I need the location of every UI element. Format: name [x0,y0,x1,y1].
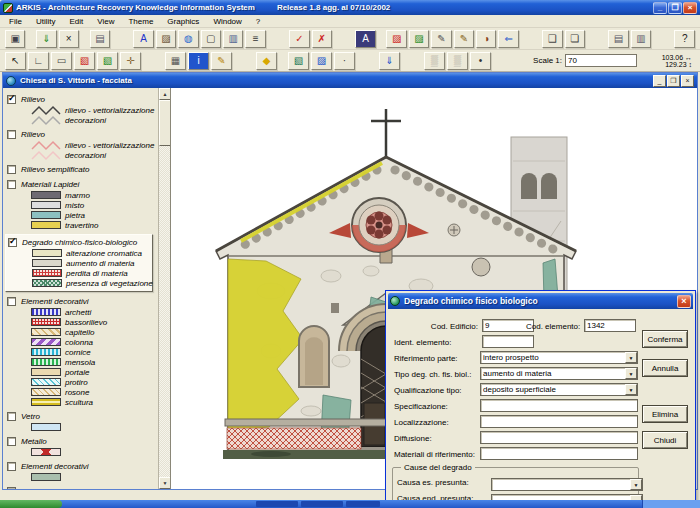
disabled-tool-button[interactable]: ▒ [424,52,445,70]
layer-label[interactable]: Intonaco e Malta [21,487,80,489]
area-chart-button[interactable]: ▧ [288,52,309,70]
layer-checkbox[interactable]: ✓ [7,95,16,104]
conferma-button[interactable]: Conferma [642,330,688,348]
copy-button[interactable]: ▤ [608,30,628,48]
new-page-button[interactable]: ▢ [201,30,221,48]
cod-elemento-field[interactable] [584,319,636,332]
download-button[interactable]: ⇓ [379,52,400,70]
label-a-button[interactable]: A [355,30,375,48]
layer-checkbox[interactable]: ✓ [7,437,16,446]
layer-label[interactable]: Elementi decorativi [21,462,89,471]
layer-checkbox[interactable]: ✓ [7,462,16,471]
layer-label[interactable]: Rilievo semplificato [21,165,89,174]
localizzazione-field[interactable] [480,415,638,428]
zoom-green-button[interactable]: ▧ [97,52,118,70]
rect-select-button[interactable]: ▭ [51,52,72,70]
layer-label[interactable]: Vetro [21,412,40,421]
riferimento-parte-dropdown[interactable]: intero prospetto ▼ [480,351,638,364]
menu-item-utility[interactable]: Utility [29,16,63,27]
window-button[interactable]: ❏ [565,30,585,48]
raster-green-button[interactable]: ▨ [409,30,429,48]
specificazione-field[interactable] [480,399,638,412]
scale-label: Scale 1: [533,56,562,65]
minimize-button[interactable]: _ [653,2,667,14]
raster-red-button[interactable]: ▨ [386,30,406,48]
layer-label[interactable]: Degrado chimico-fisico-biologico [22,238,137,247]
list-button[interactable]: ≡ [245,30,265,48]
globe-button[interactable]: ◍ [178,30,198,48]
restore-button[interactable]: ❐ [668,2,682,14]
report-button[interactable]: ▥ [223,30,243,48]
stamp-2-button[interactable]: ✎ [454,30,474,48]
clipboard-button[interactable]: ▤ [90,30,110,48]
info-tool-button[interactable]: i [188,52,209,70]
dialog-close-icon[interactable]: × [677,295,691,308]
menu-item-file[interactable]: File [2,16,29,27]
close-button[interactable]: × [683,2,697,14]
doc-close-button[interactable]: × [681,75,694,87]
edit-tool-button[interactable]: ✎ [211,52,232,70]
select-tool-button[interactable]: ↖ [5,52,26,70]
menu-item-theme[interactable]: Theme [121,16,160,27]
pan-tool-button[interactable]: ✛ [120,52,141,70]
doc-minimize-button[interactable]: _ [653,75,666,87]
menu-item-help[interactable]: ? [249,16,267,27]
menu-item-window[interactable]: Window [206,16,248,27]
paste-button[interactable]: ▥ [631,30,651,48]
scale-input[interactable] [565,54,637,67]
layer-checkbox[interactable]: ✓ [7,297,16,306]
taskbar-item[interactable] [346,501,380,507]
vertex-tool-button[interactable]: ∟ [28,52,49,70]
scroll-up-icon[interactable]: ▲ [159,88,171,100]
menu-item-view[interactable]: View [90,16,121,27]
import-button[interactable]: ⇓ [36,30,56,48]
zoom-red-button[interactable]: ▧ [74,52,95,70]
scroll-down-icon[interactable]: ▼ [159,477,171,489]
tipo-deg-dropdown[interactable]: aumento di materia ▼ [480,367,638,380]
layer-checkbox[interactable]: ✓ [7,412,16,421]
print-button[interactable]: ▦ [165,52,186,70]
menu-item-graphics[interactable]: Graphics [160,16,206,27]
layer-checkbox[interactable]: ✓ [7,165,16,174]
layer-checkbox[interactable]: ✓ [7,130,16,139]
causa-es-dropdown[interactable]: ▼ [491,478,643,491]
context-help-button[interactable]: ? [674,30,694,48]
elimina-button[interactable]: Elimina [642,405,688,423]
apply-check-button[interactable]: ✓ [289,30,309,48]
diffusione-field[interactable] [480,431,638,444]
layer-label[interactable]: Elementi decorativi [21,297,89,306]
discard-cross-button[interactable]: ✗ [312,30,332,48]
palette-button[interactable]: ◑ [476,30,496,48]
scrollbar-thumb[interactable] [159,100,171,146]
materiali-riferimento-field[interactable] [480,447,638,460]
back-button[interactable]: ⇐ [498,30,518,48]
fill-tool-button[interactable]: ◆ [256,52,277,70]
qualificazione-tipo-dropdown[interactable]: deposito superficiale ▼ [480,383,638,396]
dot-tool-button[interactable]: • [470,52,491,70]
disabled-tool-2-button[interactable]: ▒ [447,52,468,70]
taskbar-item[interactable] [256,501,298,507]
taskbar-item[interactable] [301,501,343,507]
delete-button[interactable]: × [59,30,79,48]
layer-label[interactable]: Metallo [21,437,47,446]
text-tool-button[interactable]: A [133,30,153,48]
start-button[interactable] [0,500,62,508]
doc-restore-button[interactable]: ❐ [667,75,680,87]
line-chart-button[interactable]: ▨ [311,52,332,70]
layers-scrollbar[interactable]: ▲ ▼ [158,88,170,489]
layer-label[interactable]: Materiali Lapidei [21,180,79,189]
layer-label[interactable]: Rilievo [21,130,45,139]
save-button[interactable]: ▣ [5,30,25,48]
ident-elemento-field[interactable] [482,335,534,348]
stamp-button[interactable]: ✎ [431,30,451,48]
window-link-button[interactable]: ❑ [542,30,562,48]
chiudi-button[interactable]: Chiudi [642,431,688,449]
layer-checkbox[interactable]: ✓ [7,487,16,489]
small-frame-button[interactable]: · [334,52,355,70]
layer-label[interactable]: Rilievo [21,95,45,104]
annulla-button[interactable]: Annulla [642,359,688,377]
menu-item-edit[interactable]: Edit [62,16,90,27]
layer-checkbox[interactable]: ✓ [7,180,16,189]
layer-checkbox[interactable]: ✓ [8,238,17,247]
photo-button[interactable]: ▨ [156,30,176,48]
